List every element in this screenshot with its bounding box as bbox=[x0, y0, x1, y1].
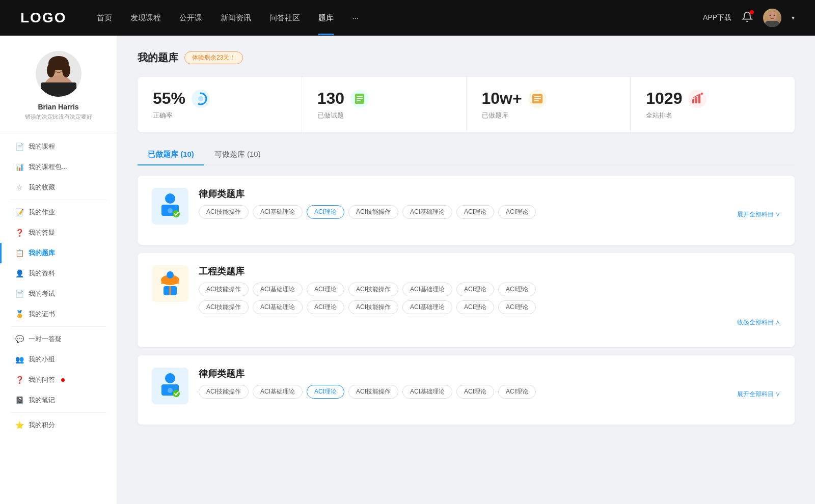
sidebar-menu: 📄 我的课程 📊 我的课程包... ☆ 我的收藏 📝 我的作业 ❓ 我的答疑 � bbox=[0, 136, 117, 445]
sidebar-item-points[interactable]: ⭐ 我的积分 bbox=[0, 415, 117, 435]
tag-lawyer2-2[interactable]: ACI基础理论 bbox=[253, 385, 303, 399]
nav-open-course[interactable]: 公开课 bbox=[179, 13, 202, 23]
tag-eng-1-5[interactable]: ACI基础理论 bbox=[402, 283, 452, 296]
nav-news[interactable]: 新闻资讯 bbox=[221, 13, 251, 23]
cert-icon: 🏅 bbox=[15, 310, 23, 318]
tag-eng-1-6[interactable]: ACI理论 bbox=[456, 283, 494, 296]
sidebar-item-question[interactable]: ❓ 我的问答 bbox=[0, 370, 117, 390]
tag-eng-1-7[interactable]: ACI理论 bbox=[498, 283, 536, 296]
tag-eng-2-7[interactable]: ACI理论 bbox=[498, 300, 536, 314]
svg-rect-19 bbox=[357, 100, 361, 101]
nav-right: APP下载 ▾ bbox=[703, 9, 795, 27]
bank-card-engineering: 工程类题库 ACI技能操作 ACI基础理论 ACI理论 ACI技能操作 ACI基… bbox=[138, 253, 795, 347]
lawyer1-expand[interactable]: 展开全部科目 ∨ bbox=[737, 210, 780, 219]
sidebar-label-1on1: 一对一答疑 bbox=[29, 334, 62, 344]
lawyer1-tags: ACI技能操作 ACI基础理论 ACI理论 ACI技能操作 ACI基础理论 AC… bbox=[199, 205, 737, 219]
nav-more[interactable]: ··· bbox=[352, 13, 359, 23]
tag-lawyer1-3[interactable]: ACI理论 bbox=[307, 205, 344, 219]
sidebar-item-profile[interactable]: 👤 我的资料 bbox=[0, 263, 117, 284]
sidebar-item-cert[interactable]: 🏅 我的证书 bbox=[0, 304, 117, 324]
svg-point-10 bbox=[55, 67, 57, 69]
tag-lawyer2-6[interactable]: ACI理论 bbox=[456, 385, 494, 399]
lawyer2-expand[interactable]: 展开全部科目 ∨ bbox=[737, 390, 780, 399]
svg-point-38 bbox=[165, 373, 175, 383]
app-download-btn[interactable]: APP下载 bbox=[703, 13, 731, 22]
tab-todo[interactable]: 可做题库 (10) bbox=[204, 145, 271, 164]
sidebar-label-bank: 我的题库 bbox=[29, 248, 55, 258]
nav-qa[interactable]: 问答社区 bbox=[269, 13, 300, 23]
logo[interactable]: LOGO bbox=[20, 10, 66, 26]
nav-discover[interactable]: 发现课程 bbox=[130, 13, 161, 23]
tag-lawyer2-3[interactable]: ACI理论 bbox=[307, 385, 344, 399]
sidebar-item-notes[interactable]: 📓 我的笔记 bbox=[0, 390, 117, 410]
svg-rect-26 bbox=[698, 95, 700, 103]
tag-eng-1-3[interactable]: ACI理论 bbox=[307, 283, 344, 296]
svg-point-2 bbox=[770, 15, 771, 16]
avatar-image bbox=[763, 9, 781, 27]
sidebar-item-homework[interactable]: 📝 我的作业 bbox=[0, 202, 117, 222]
eng-collapse[interactable]: 收起全部科目 ∧ bbox=[199, 318, 780, 327]
tag-lawyer1-6[interactable]: ACI理论 bbox=[456, 205, 494, 219]
sidebar-item-exam[interactable]: 📄 我的考试 bbox=[0, 284, 117, 304]
sidebar-item-package[interactable]: 📊 我的课程包... bbox=[0, 157, 117, 177]
tag-lawyer2-1[interactable]: ACI技能操作 bbox=[199, 385, 249, 399]
tag-lawyer1-5[interactable]: ACI基础理论 bbox=[402, 205, 452, 219]
user-avatar[interactable] bbox=[763, 9, 781, 27]
tag-lawyer1-7[interactable]: ACI理论 bbox=[498, 205, 536, 219]
eng-tags-row1: ACI技能操作 ACI基础理论 ACI理论 ACI技能操作 ACI基础理论 AC… bbox=[199, 283, 780, 296]
tag-lawyer2-4[interactable]: ACI技能操作 bbox=[348, 385, 398, 399]
stat-accuracy-label: 正确率 bbox=[153, 111, 286, 120]
tag-lawyer1-2[interactable]: ACI基础理论 bbox=[253, 205, 303, 219]
svg-point-3 bbox=[774, 15, 775, 16]
accuracy-icon bbox=[192, 90, 210, 108]
tag-eng-2-4[interactable]: ACI技能操作 bbox=[348, 300, 398, 314]
rank-icon bbox=[688, 90, 707, 108]
tab-done[interactable]: 已做题库 (10) bbox=[138, 145, 204, 164]
user-menu-chevron[interactable]: ▾ bbox=[792, 14, 795, 21]
svg-rect-25 bbox=[695, 97, 697, 103]
tag-eng-2-1[interactable]: ACI技能操作 bbox=[199, 300, 249, 314]
stat-rank-top: 1029 bbox=[646, 89, 779, 108]
tag-lawyer2-7[interactable]: ACI理论 bbox=[498, 385, 536, 399]
eng-tags-row2: ACI技能操作 ACI基础理论 ACI理论 ACI技能操作 ACI基础理论 AC… bbox=[199, 300, 780, 314]
nav-links: 首页 发现课程 公开课 新闻资讯 问答社区 题库 ··· bbox=[97, 13, 683, 23]
tag-eng-2-5[interactable]: ACI基础理论 bbox=[402, 300, 452, 314]
navbar: LOGO 首页 发现课程 公开课 新闻资讯 问答社区 题库 ··· APP下载 bbox=[0, 0, 815, 36]
tag-lawyer1-4[interactable]: ACI技能操作 bbox=[348, 205, 398, 219]
sidebar-item-group[interactable]: 👥 我的小组 bbox=[0, 349, 117, 370]
tag-eng-1-4[interactable]: ACI技能操作 bbox=[348, 283, 398, 296]
stat-rank-label: 全站排名 bbox=[646, 111, 779, 120]
tag-eng-1-1[interactable]: ACI技能操作 bbox=[199, 283, 249, 296]
stat-questions-top: 130 bbox=[317, 89, 451, 108]
sidebar-label-profile: 我的资料 bbox=[29, 269, 55, 278]
qa-icon: ❓ bbox=[15, 229, 23, 237]
sidebar-item-course[interactable]: 📄 我的课程 bbox=[0, 136, 117, 157]
page-title: 我的题库 bbox=[138, 51, 178, 65]
sidebar-label-qa: 我的答疑 bbox=[29, 228, 55, 237]
stat-questions-value: 130 bbox=[317, 89, 344, 108]
sidebar-item-bank[interactable]: 📋 我的题库 bbox=[0, 243, 117, 263]
tag-eng-2-3[interactable]: ACI理论 bbox=[307, 300, 344, 314]
svg-point-35 bbox=[167, 271, 174, 278]
tag-lawyer1-1[interactable]: ACI技能操作 bbox=[199, 205, 249, 219]
tag-eng-2-6[interactable]: ACI理论 bbox=[456, 300, 494, 314]
page-title-row: 我的题库 体验剩余23天！ bbox=[138, 51, 795, 65]
nav-bank[interactable]: 题库 bbox=[318, 13, 334, 23]
tag-eng-1-2[interactable]: ACI基础理论 bbox=[253, 283, 303, 296]
exam-icon: 📄 bbox=[15, 290, 23, 298]
stats-row: 55% 正确率 130 bbox=[138, 77, 795, 132]
homework-icon: 📝 bbox=[15, 208, 23, 216]
lawyer2-tags-row: ACI技能操作 ACI基础理论 ACI理论 ACI技能操作 ACI基础理论 AC… bbox=[199, 385, 780, 399]
tag-lawyer2-5[interactable]: ACI基础理论 bbox=[402, 385, 452, 399]
sidebar-item-favorite[interactable]: ☆ 我的收藏 bbox=[0, 177, 117, 198]
page-body: Brian Harris 错误的决定比没有决定要好 📄 我的课程 📊 我的课程包… bbox=[0, 36, 815, 504]
sidebar-item-qa[interactable]: ❓ 我的答疑 bbox=[0, 222, 117, 243]
tag-eng-2-2[interactable]: ACI基础理论 bbox=[253, 300, 303, 314]
sidebar-item-1on1[interactable]: 💬 一对一答疑 bbox=[0, 329, 117, 349]
lawyer2-icon-wrap bbox=[152, 368, 188, 404]
nav-home[interactable]: 首页 bbox=[97, 13, 112, 23]
sep-2 bbox=[10, 326, 106, 327]
bank-card-lawyer1-header: 律师类题库 ACI技能操作 ACI基础理论 ACI理论 ACI技能操作 ACI基… bbox=[152, 188, 780, 225]
notification-bell[interactable] bbox=[742, 11, 753, 24]
sidebar-label-favorite: 我的收藏 bbox=[29, 183, 55, 192]
